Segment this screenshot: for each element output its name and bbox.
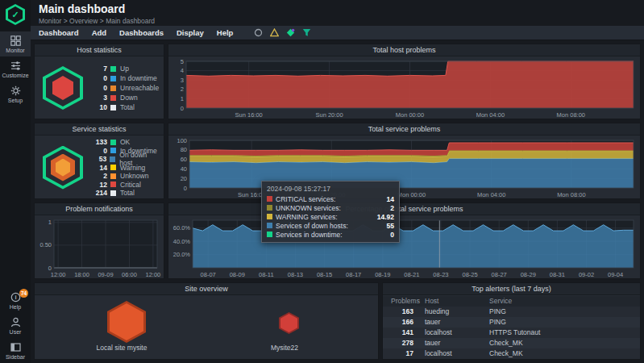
panel-title: Total service problems: [168, 123, 640, 136]
host-statistics-panel: Host statistics 7Up 0In downtime 0Unreac…: [34, 44, 164, 119]
svg-text:Mon 00:00: Mon 00:00: [396, 111, 424, 119]
svg-text:20: 20: [181, 175, 187, 182]
site-hexagon-mysite22[interactable]: [279, 312, 299, 334]
top-alerters-panel: Top alerters (last 7 days) Problems Host…: [382, 282, 641, 360]
total-service-problems-panel: Total service problems Sun 16:00Sun 20:0…: [168, 123, 641, 199]
svg-text:3: 3: [181, 77, 184, 84]
svg-text:0: 0: [48, 265, 52, 272]
percentage-service-problems-graph[interactable]: 08-0708-0908-1108-1308-1508-1708-1908-21…: [168, 216, 640, 278]
svg-text:18:00: 18:00: [74, 271, 89, 278]
problem-notifications-graph[interactable]: 12:0018:0009-0906:0012:0000.501: [35, 216, 164, 278]
status-color-chip: [110, 95, 116, 101]
status-color-chip: [110, 165, 116, 170]
service-statistics-panel: Service statistics 133OK 0In downtime 53…: [34, 123, 164, 199]
svg-text:0.50: 0.50: [39, 241, 52, 248]
svg-text:Mon 00:00: Mon 00:00: [397, 191, 426, 198]
menu-dashboards[interactable]: Dashboards: [119, 28, 164, 37]
tooltip-row: WARNING services:14.92: [267, 212, 394, 221]
user-icon: [10, 317, 21, 328]
service-hexagon[interactable]: [43, 146, 83, 190]
svg-text:1: 1: [48, 219, 52, 226]
percentage-service-problems-panel: Percentage of total service problems 08-…: [168, 202, 641, 279]
svg-text:08-15: 08-15: [317, 271, 332, 278]
sidebar-item-customize[interactable]: Customize: [0, 56, 31, 81]
site-label[interactable]: Local site mysite: [73, 344, 170, 352]
tooltip-row: Services of down hosts:55: [267, 221, 394, 230]
host-stat-row[interactable]: 0Unreachable: [89, 83, 160, 93]
svg-text:09-02: 09-02: [579, 271, 594, 278]
tooltip-timestamp: 2024-09-08 15:27:17: [267, 185, 394, 194]
menu-add[interactable]: Add: [92, 28, 106, 37]
table-row[interactable]: 166tauerPING: [383, 317, 640, 328]
sidebar-item-setup[interactable]: Setup: [0, 81, 31, 106]
svg-text:08-17: 08-17: [346, 271, 361, 278]
site-label[interactable]: Mysite22: [236, 344, 333, 352]
total-host-problems-graph[interactable]: Sun 16:00Sun 20:00Mon 00:00Mon 04:00Mon …: [168, 57, 640, 119]
svg-text:Mon 08:00: Mon 08:00: [557, 111, 585, 119]
sidebar-item-user[interactable]: User: [0, 313, 31, 338]
main-sidebar: ✓ Monitor Customize: [0, 0, 31, 363]
filter-icon[interactable]: [302, 28, 311, 37]
service-stat-row[interactable]: 53On down host: [89, 155, 160, 164]
svg-text:1: 1: [181, 95, 184, 102]
svg-text:i: i: [15, 294, 16, 301]
service-stat-row[interactable]: 133OK: [89, 138, 160, 147]
svg-text:4: 4: [181, 67, 184, 74]
table-row[interactable]: 141localhostHTTPS Tutonaut: [383, 328, 640, 338]
table-row[interactable]: 17localhostCheck_MK: [383, 348, 640, 359]
status-color-chip: [110, 140, 116, 145]
svg-text:08-27: 08-27: [492, 271, 507, 278]
svg-text:08-13: 08-13: [288, 271, 303, 278]
svg-text:08-19: 08-19: [375, 271, 390, 278]
sidebar-item-sidebar-toggle[interactable]: Sidebar: [0, 338, 31, 363]
svg-text:0: 0: [184, 185, 187, 192]
svg-text:2: 2: [181, 86, 184, 93]
total-service-problems-graph[interactable]: Sun 16:00Sun 20:00Mon 00:00Mon 04:00Mon …: [168, 136, 640, 198]
service-stat-row[interactable]: 2Unknown: [89, 172, 160, 181]
tooltip-row: UNKNOWN services:2: [267, 203, 394, 212]
table-row[interactable]: 278tauerCheck_MK: [383, 338, 640, 348]
svg-text:Mon 04:00: Mon 04:00: [476, 111, 505, 119]
status-color-chip: [110, 156, 115, 162]
host-stat-row[interactable]: 10Total: [89, 102, 160, 112]
sidebar-item-monitor[interactable]: Monitor: [0, 31, 31, 56]
service-stat-row[interactable]: 214Total: [89, 189, 160, 198]
help-badge: 74: [19, 289, 28, 298]
svg-text:40: 40: [181, 165, 187, 173]
status-color-chip: [110, 105, 116, 111]
problem-notifications-panel: Problem notifications 12:0018:0009-0906:…: [34, 202, 164, 279]
warning-triangle-icon[interactable]: [270, 28, 279, 37]
menu-help[interactable]: Help: [217, 28, 234, 37]
panel-title: Site overview: [35, 283, 378, 295]
host-hexagon[interactable]: [43, 66, 83, 110]
svg-text:0: 0: [181, 105, 184, 112]
svg-text:08-31: 08-31: [550, 271, 565, 278]
monitor-icon: [10, 35, 21, 46]
menu-dashboard[interactable]: Dashboard: [39, 28, 79, 37]
circle-icon[interactable]: [254, 28, 263, 37]
host-stat-row[interactable]: 3Down: [89, 93, 160, 102]
service-stat-row[interactable]: 14Warning: [89, 163, 160, 172]
graph-tooltip: 2024-09-08 15:27:17 CRITICAL services:14…: [261, 181, 400, 243]
host-stat-row[interactable]: 7Up: [89, 64, 160, 73]
checkmk-logo[interactable]: ✓: [6, 4, 25, 25]
svg-text:20.0%: 20.0%: [173, 251, 191, 258]
status-color-chip: [110, 190, 116, 196]
service-stat-row[interactable]: 12Critical: [89, 180, 160, 189]
total-host-problems-panel: Total host problems Sun 16:00Sun 20:00Mo…: [168, 44, 641, 119]
sidebar-item-help[interactable]: 74 i Help: [0, 288, 31, 313]
breadcrumb[interactable]: Monitor > Overview > Main dashboard: [39, 17, 155, 25]
site-hexagon-mysite[interactable]: [107, 301, 146, 343]
diamond-icon[interactable]: [286, 28, 295, 37]
svg-text:5: 5: [181, 58, 184, 65]
status-color-chip: [110, 86, 116, 91]
series-color-chip: [267, 223, 272, 228]
svg-text:80: 80: [181, 146, 187, 153]
panel-title: Total host problems: [168, 44, 640, 56]
svg-text:08-09: 08-09: [230, 271, 245, 278]
tooltip-row: Services in downtime:0: [267, 230, 394, 239]
table-row[interactable]: 163huedingPING: [383, 307, 640, 317]
panel-title: Top alerters (last 7 days): [383, 283, 640, 295]
host-stat-row[interactable]: 0In downtime: [89, 73, 160, 83]
menu-display[interactable]: Display: [177, 28, 204, 37]
